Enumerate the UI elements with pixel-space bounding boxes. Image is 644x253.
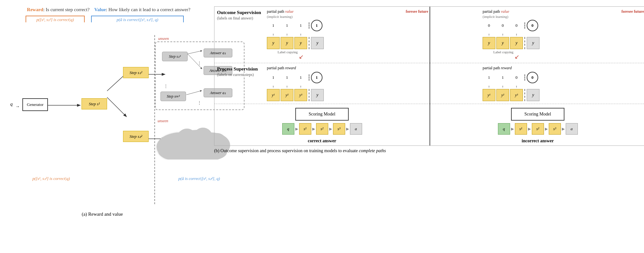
svg-line-6: [188, 54, 202, 69]
correct-col: Outcome Supervision (labels on final ans…: [214, 7, 430, 145]
value-colon: :: [106, 7, 107, 12]
process-tokens-correct: ↑ y¹ ↑ y² ↑ y³: [267, 85, 428, 101]
generator-box: Generator: [22, 98, 48, 111]
gen-to-s1-arrow: [48, 96, 86, 115]
partial-path-val-label: partial path value: [267, 9, 293, 14]
label-copy-arrow: ↙: [299, 53, 428, 60]
incorrect-col: Outcome Supervision (labels on final ans…: [430, 7, 644, 145]
num-divider: [309, 22, 309, 29]
partial-path-row: partial path value foresee future: [267, 9, 428, 14]
outcome-label: Outcome Supervision (labels on final ans…: [214, 7, 266, 63]
value-question: How likely can it lead to a correct answ…: [108, 7, 190, 12]
reward-bracket: p([s¹, s₁²] is correct|q): [26, 16, 85, 22]
correct-answer-label: correct answer: [214, 138, 430, 145]
unseen-bot-label: unseen: [158, 119, 168, 123]
outcome-nums-incorrect: 0 0 0 0: [483, 20, 644, 31]
partial-path-reward-correct: partial path reward: [267, 66, 428, 71]
outcome-nums-correct: 1 1 1 1: [267, 20, 428, 31]
right-content: Outcome Supervision (labels on final ans…: [214, 6, 644, 153]
dots-mid: ⋮: [164, 84, 168, 89]
step-sinf3: Step s∞³: [160, 92, 186, 101]
input-tokens-incorrect: q ▶ s¹ ▶ s² ▶ s³ ▶ a: [434, 123, 641, 135]
svg-line-2: [107, 97, 126, 116]
num1: 1: [267, 23, 280, 28]
tok-y1: ↑ y: [267, 33, 280, 49]
svg-line-7: [186, 91, 202, 95]
num3: 1: [294, 23, 307, 28]
num-circle: 1: [311, 20, 322, 31]
tok-divider: [309, 37, 309, 49]
process-label: Process Supervision (labels on current s…: [214, 63, 266, 104]
step-s2-2-box: Step s₂²: [123, 131, 149, 142]
left-panel: Reward: Is current step correct? Value: …: [10, 6, 208, 247]
reward-colon: :: [43, 7, 44, 12]
unseen-top-label: unseen: [158, 36, 169, 41]
formula-reward-s1: p([s¹, s₁²] is correct|q): [14, 176, 88, 181]
process-sub: (labels on current steps): [217, 72, 263, 77]
scoring-model-correct: Scoring Model q ▶ s¹ ▶ s² ▶ s³ ▶ a: [214, 104, 430, 138]
legend-header: Reward: Is current step correct? Value: …: [10, 6, 208, 13]
scoring-model-box-incorrect: Scoring Model: [511, 108, 565, 121]
process-data-correct: partial path reward 1 1 1 1: [266, 63, 430, 104]
value-bracket: p(â is correct|[s¹, s₁²], q): [91, 16, 184, 22]
outcome-sub: (labels on final answer): [217, 16, 263, 21]
right-panel: Outcome Supervision (labels on final ans…: [208, 6, 644, 247]
caption-right: (b) Outcome supervision and process supe…: [214, 148, 644, 153]
num2: 1: [281, 23, 293, 28]
outcome-tokens-correct: ↑ y ↑ y ↑ y: [267, 33, 428, 49]
outcome-data-correct: partial path value foresee future (impli…: [266, 7, 430, 63]
diagram-area: q → Generator Step s¹: [10, 26, 195, 217]
input-tokens-correct: q ▶ s¹ ▶ s² ▶ s³ ▶ a: [218, 123, 426, 135]
implicit-label: (implicit learning): [267, 15, 428, 19]
q-to-gen-arrow: →: [15, 104, 20, 109]
outcome-tokens-incorrect: ↑ y ↑ y ↑ y: [483, 33, 644, 49]
svg-line-5: [188, 51, 202, 54]
value-formula: p(â is correct|[s¹, s₁²], q): [117, 17, 158, 22]
value-label: Value: [94, 7, 106, 12]
outcome-data-incorrect: partial path value foresee future (impli…: [481, 7, 644, 63]
process-data-incorrect: partial path reward 1 1 0 0: [481, 63, 644, 104]
incorrect-answer-label: incorrect answer: [430, 138, 644, 145]
foresee-label: foresee future: [406, 9, 428, 14]
step-s1-2-box: Step s₁²: [123, 67, 149, 78]
tok-y2: ↑ y: [281, 33, 293, 49]
reward-formula: p([s¹, s₁²] is correct|q): [36, 17, 74, 22]
reward-label: Reward: [27, 7, 43, 12]
inner-arrows-bot: [186, 87, 206, 112]
outcome-title: Outcome Supervision: [217, 10, 263, 15]
process-nums-correct: 1 1 1 1: [267, 72, 428, 83]
reward-question: Is current step correct?: [46, 7, 89, 12]
tok-y4: ↑ y: [311, 33, 324, 49]
scoring-model-incorrect: Scoring Model q ▶ s¹ ▶ s² ▶ s³ ▶ a: [430, 104, 644, 138]
tok-y3: ↑ y: [294, 33, 307, 49]
q-label: q: [10, 101, 13, 107]
outcome-row-correct: Outcome Supervision (labels on final ans…: [214, 7, 430, 63]
process-row-incorrect: Process Supervision partial path reward …: [430, 63, 644, 104]
process-row-correct: Process Supervision (labels on current s…: [214, 63, 430, 104]
step-s13: Step s₁³: [162, 52, 188, 61]
outcome-row-incorrect: Outcome Supervision (labels on final ans…: [430, 7, 644, 63]
inner-arrows-top: [188, 47, 207, 72]
caption-left: (a) Reward and value: [10, 212, 195, 217]
process-title: Process Supervision: [217, 66, 263, 72]
process-tokens-incorrect: ↑ y¹ ↑ y² ↑ y³: [483, 85, 644, 101]
scoring-model-box-correct: Scoring Model: [295, 108, 349, 121]
